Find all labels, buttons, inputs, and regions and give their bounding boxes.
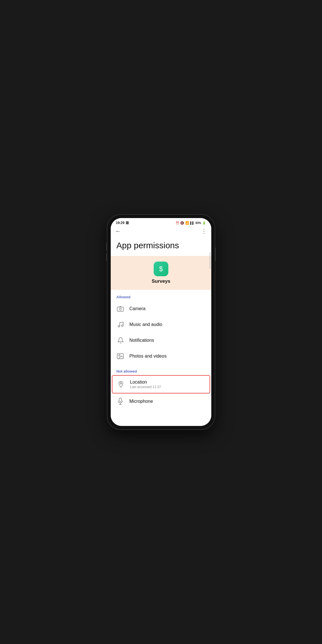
status-icons: ⏰ 🔇 📶 ▌▌ 83% 🔋 <box>176 221 206 225</box>
music-label: Music and audio <box>129 322 162 327</box>
bell-icon <box>116 336 124 344</box>
microphone-text: Microphone <box>129 399 153 404</box>
power-btn <box>215 247 216 261</box>
microphone-label: Microphone <box>129 399 153 404</box>
photo-icon <box>116 352 124 360</box>
location-sublabel: Last accessed 11:37 <box>130 385 161 389</box>
battery-icon: 🔋 <box>202 221 206 225</box>
scroll-indicator <box>210 252 210 269</box>
photos-label: Photos and videos <box>129 354 167 359</box>
notifications-label: Notifications <box>129 338 154 343</box>
gallery-icon: 🖼 <box>126 221 129 225</box>
alarm-icon: ⏰ <box>176 221 179 225</box>
time-display: 19:29 <box>116 221 125 225</box>
top-bar: ← ⋮ <box>111 226 211 236</box>
battery-label: 83% <box>195 221 201 225</box>
permission-music[interactable]: Music and audio <box>111 317 211 332</box>
permission-microphone[interactable]: Microphone <box>111 393 211 409</box>
svg-rect-7 <box>119 398 121 402</box>
svg-point-5 <box>119 355 120 356</box>
permission-photos[interactable]: Photos and videos <box>111 348 211 364</box>
vol-up-btn <box>106 243 107 251</box>
status-time: 19:29 🖼 <box>116 221 129 225</box>
svg-point-3 <box>121 325 123 327</box>
svg-point-2 <box>118 325 120 327</box>
svg-point-6 <box>120 382 122 384</box>
music-text: Music and audio <box>129 322 162 327</box>
app-banner: $ Surveys <box>111 256 211 290</box>
permission-notifications[interactable]: Notifications <box>111 332 211 348</box>
scroll-area[interactable]: App permissions $ Surveys Allowed <box>111 236 211 426</box>
phone-screen: 19:29 🖼 ⏰ 🔇 📶 ▌▌ 83% 🔋 ← ⋮ App permissio… <box>111 218 211 426</box>
music-icon <box>116 321 124 328</box>
bottom-spacer <box>111 409 211 415</box>
microphone-icon <box>116 397 124 405</box>
notifications-text: Notifications <box>129 338 154 343</box>
section-allowed-label: Allowed <box>111 290 211 301</box>
camera-icon <box>116 305 124 313</box>
more-menu-button[interactable]: ⋮ <box>201 228 207 234</box>
svg-rect-4 <box>117 354 123 359</box>
permission-location[interactable]: Location Last accessed 11:37 <box>112 375 210 393</box>
status-bar: 19:29 🖼 ⏰ 🔇 📶 ▌▌ 83% 🔋 <box>111 218 211 226</box>
signal-icon: ▌▌ <box>190 221 194 225</box>
app-name: Surveys <box>152 279 170 284</box>
svg-rect-0 <box>117 307 123 311</box>
phone-frame: 19:29 🖼 ⏰ 🔇 📶 ▌▌ 83% 🔋 ← ⋮ App permissio… <box>107 215 215 429</box>
app-icon: $ <box>154 262 168 276</box>
wifi-icon: 📶 <box>185 221 189 225</box>
location-icon <box>117 380 125 388</box>
svg-point-1 <box>119 308 121 310</box>
camera-label: Camera <box>129 306 145 311</box>
back-button[interactable]: ← <box>115 228 121 234</box>
vol-down-btn <box>106 253 107 261</box>
location-text: Location Last accessed 11:37 <box>130 380 161 389</box>
permission-camera[interactable]: Camera <box>111 301 211 317</box>
section-not-allowed-label: Not allowed <box>111 364 211 375</box>
mute-icon: 🔇 <box>180 221 184 225</box>
camera-text: Camera <box>129 306 145 311</box>
page-title: App permissions <box>111 236 211 256</box>
photos-text: Photos and videos <box>129 354 167 359</box>
location-label: Location <box>130 380 161 385</box>
app-icon-symbol: $ <box>159 265 163 273</box>
